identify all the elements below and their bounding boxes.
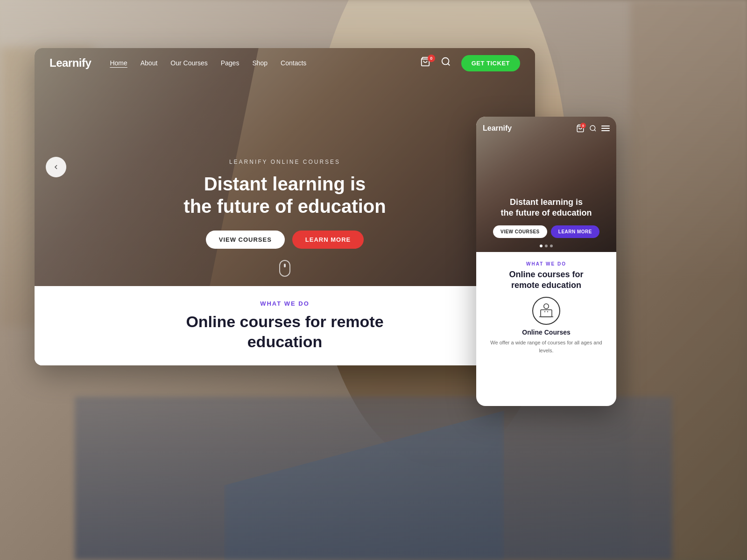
desktop-logo: Learnify (49, 56, 91, 70)
nav-actions: 0 GET TICKET (420, 55, 520, 71)
scroll-indicator (279, 260, 290, 277)
nav-item-about[interactable]: About (141, 59, 158, 67)
mobile-courses-title: Online courses for remote education (484, 269, 609, 290)
hamburger-line-2 (601, 128, 610, 129)
hero-title-line2: the future of education (183, 196, 386, 217)
mobile-hamburger-button[interactable] (601, 126, 610, 131)
mobile-course-name: Online Courses (484, 329, 609, 336)
desktop-navbar: Learnify Home About Our Courses Pages Sh… (35, 48, 535, 78)
mobile-what-we-do-label: WHAT WE DO (484, 261, 609, 266)
desktop-nav-menu: Home About Our Courses Pages Shop Contac… (110, 59, 420, 67)
svg-point-4 (590, 126, 595, 131)
mobile-hero-line1: Distant learning is (510, 197, 583, 207)
learn-more-button[interactable]: LEARN MORE (292, 231, 364, 249)
mobile-logo: Learnify (483, 124, 576, 133)
cart-badge: 0 (428, 55, 435, 62)
nav-item-home[interactable]: Home (110, 59, 127, 67)
desktop-hero: Learnify Home About Our Courses Pages Sh… (35, 48, 535, 286)
mobile-navbar: Learnify 0 (476, 117, 616, 140)
nav-item-contacts[interactable]: Contacts (281, 59, 306, 67)
mobile-hero-buttons: VIEW COURSES LEARN MORE (484, 225, 609, 238)
courses-title: Online courses for remote education (186, 312, 383, 351)
nav-item-pages[interactable]: Pages (221, 59, 240, 67)
svg-line-5 (594, 130, 596, 131)
svg-line-2 (448, 63, 450, 65)
cart-button[interactable]: 0 (420, 56, 433, 70)
mobile-nav-actions: 0 (576, 124, 610, 133)
mobile-cart-badge: 0 (580, 123, 586, 128)
mobile-hero-line2: the future of education (501, 208, 592, 217)
mobile-dot-1[interactable] (540, 245, 543, 247)
view-courses-button[interactable]: VIEW COURSES (206, 231, 285, 249)
what-we-do-label: WHAT WE DO (260, 300, 310, 307)
nav-item-our-courses[interactable]: Our Courses (170, 59, 207, 67)
get-ticket-button[interactable]: GET TICKET (461, 55, 520, 71)
scroll-dot (284, 264, 286, 267)
hamburger-line-3 (601, 130, 610, 131)
mobile-learn-more-button[interactable]: LEARN MORE (551, 225, 599, 238)
mobile-dot-3[interactable] (550, 245, 553, 247)
courses-title-line1: Online courses for remote (186, 313, 383, 330)
mobile-courses-line1: Online courses for (509, 270, 583, 279)
search-button[interactable] (441, 56, 454, 70)
mobile-slide-dots (540, 245, 553, 247)
nav-item-shop[interactable]: Shop (252, 59, 268, 67)
hero-title-line1: Distant learning is (204, 174, 366, 194)
mobile-view-courses-button[interactable]: VIEW COURSES (493, 225, 547, 238)
hamburger-line-1 (601, 126, 610, 126)
hero-title: Distant learning is the future of educat… (35, 173, 535, 217)
mobile-hero-content: Distant learning is the future of educat… (476, 197, 616, 238)
svg-rect-6 (541, 310, 552, 317)
mobile-bottom-section: WHAT WE DO Online courses for remote edu… (476, 252, 616, 364)
hero-subtitle: LEARNIFY ONLINE COURSES (35, 159, 535, 165)
hero-buttons: VIEW COURSES LEARN MORE (35, 231, 535, 249)
mobile-courses-line2: remote education (511, 280, 581, 290)
desktop-bottom-section: WHAT WE DO Online courses for remote edu… (35, 286, 535, 365)
mobile-hero-title: Distant learning is the future of educat… (484, 197, 609, 218)
svg-point-8 (544, 304, 549, 309)
mobile-cart-button[interactable]: 0 (576, 124, 585, 133)
mobile-course-description: We offer a wide range of courses for all… (484, 339, 609, 354)
mobile-search-button[interactable] (589, 125, 597, 132)
course-icon (532, 297, 560, 325)
mobile-dot-2[interactable] (545, 245, 548, 247)
svg-point-1 (442, 58, 449, 65)
hero-content: LEARNIFY ONLINE COURSES Distant learning… (35, 159, 535, 249)
prev-arrow-button[interactable] (46, 157, 66, 177)
courses-title-line2: education (247, 333, 323, 350)
mobile-course-card: Online Courses We offer a wide range of … (484, 297, 609, 354)
desktop-mockup: Learnify Home About Our Courses Pages Sh… (35, 48, 535, 365)
